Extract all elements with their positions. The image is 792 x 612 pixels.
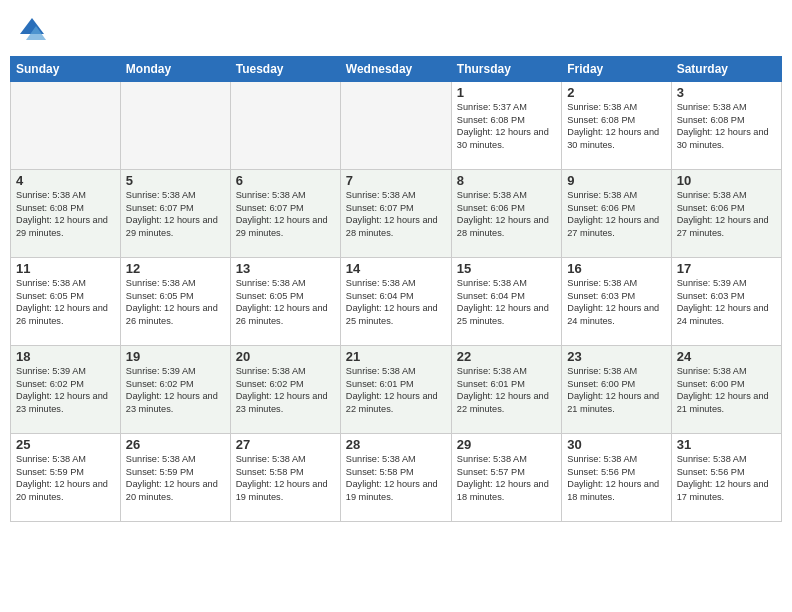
day-info: Sunrise: 5:38 AMSunset: 6:08 PMDaylight:… <box>16 189 115 240</box>
day-cell: 29Sunrise: 5:38 AMSunset: 5:57 PMDayligh… <box>451 434 561 522</box>
day-cell: 4Sunrise: 5:38 AMSunset: 6:08 PMDaylight… <box>11 170 121 258</box>
day-number: 11 <box>16 261 115 276</box>
day-cell: 14Sunrise: 5:38 AMSunset: 6:04 PMDayligh… <box>340 258 451 346</box>
day-cell: 27Sunrise: 5:38 AMSunset: 5:58 PMDayligh… <box>230 434 340 522</box>
day-number: 1 <box>457 85 556 100</box>
day-cell: 10Sunrise: 5:38 AMSunset: 6:06 PMDayligh… <box>671 170 781 258</box>
day-info: Sunrise: 5:38 AMSunset: 6:07 PMDaylight:… <box>346 189 446 240</box>
day-number: 18 <box>16 349 115 364</box>
day-cell: 19Sunrise: 5:39 AMSunset: 6:02 PMDayligh… <box>120 346 230 434</box>
day-number: 24 <box>677 349 776 364</box>
day-cell <box>340 82 451 170</box>
day-cell: 18Sunrise: 5:39 AMSunset: 6:02 PMDayligh… <box>11 346 121 434</box>
day-info: Sunrise: 5:38 AMSunset: 6:05 PMDaylight:… <box>126 277 225 328</box>
day-header-tuesday: Tuesday <box>230 57 340 82</box>
day-number: 25 <box>16 437 115 452</box>
day-number: 21 <box>346 349 446 364</box>
day-cell: 9Sunrise: 5:38 AMSunset: 6:06 PMDaylight… <box>562 170 671 258</box>
day-number: 30 <box>567 437 665 452</box>
day-header-wednesday: Wednesday <box>340 57 451 82</box>
day-number: 17 <box>677 261 776 276</box>
day-cell: 11Sunrise: 5:38 AMSunset: 6:05 PMDayligh… <box>11 258 121 346</box>
logo-icon <box>16 14 48 50</box>
day-info: Sunrise: 5:38 AMSunset: 6:01 PMDaylight:… <box>457 365 556 416</box>
day-info: Sunrise: 5:38 AMSunset: 5:58 PMDaylight:… <box>346 453 446 504</box>
day-number: 19 <box>126 349 225 364</box>
day-header-sunday: Sunday <box>11 57 121 82</box>
day-number: 31 <box>677 437 776 452</box>
day-cell <box>120 82 230 170</box>
day-info: Sunrise: 5:38 AMSunset: 6:06 PMDaylight:… <box>677 189 776 240</box>
day-number: 22 <box>457 349 556 364</box>
day-header-thursday: Thursday <box>451 57 561 82</box>
day-number: 23 <box>567 349 665 364</box>
day-info: Sunrise: 5:39 AMSunset: 6:03 PMDaylight:… <box>677 277 776 328</box>
day-info: Sunrise: 5:38 AMSunset: 6:00 PMDaylight:… <box>567 365 665 416</box>
day-cell <box>11 82 121 170</box>
calendar: SundayMondayTuesdayWednesdayThursdayFrid… <box>10 56 782 522</box>
day-cell: 5Sunrise: 5:38 AMSunset: 6:07 PMDaylight… <box>120 170 230 258</box>
day-info: Sunrise: 5:38 AMSunset: 6:08 PMDaylight:… <box>567 101 665 152</box>
day-info: Sunrise: 5:38 AMSunset: 6:01 PMDaylight:… <box>346 365 446 416</box>
day-header-saturday: Saturday <box>671 57 781 82</box>
day-number: 6 <box>236 173 335 188</box>
day-number: 27 <box>236 437 335 452</box>
day-cell: 12Sunrise: 5:38 AMSunset: 6:05 PMDayligh… <box>120 258 230 346</box>
day-cell: 7Sunrise: 5:38 AMSunset: 6:07 PMDaylight… <box>340 170 451 258</box>
day-info: Sunrise: 5:38 AMSunset: 5:59 PMDaylight:… <box>16 453 115 504</box>
day-info: Sunrise: 5:39 AMSunset: 6:02 PMDaylight:… <box>126 365 225 416</box>
day-number: 26 <box>126 437 225 452</box>
day-number: 8 <box>457 173 556 188</box>
day-cell: 25Sunrise: 5:38 AMSunset: 5:59 PMDayligh… <box>11 434 121 522</box>
day-info: Sunrise: 5:38 AMSunset: 6:00 PMDaylight:… <box>677 365 776 416</box>
day-info: Sunrise: 5:38 AMSunset: 6:05 PMDaylight:… <box>236 277 335 328</box>
day-number: 15 <box>457 261 556 276</box>
day-info: Sunrise: 5:39 AMSunset: 6:02 PMDaylight:… <box>16 365 115 416</box>
day-number: 13 <box>236 261 335 276</box>
day-cell: 8Sunrise: 5:38 AMSunset: 6:06 PMDaylight… <box>451 170 561 258</box>
day-header-monday: Monday <box>120 57 230 82</box>
day-cell: 24Sunrise: 5:38 AMSunset: 6:00 PMDayligh… <box>671 346 781 434</box>
day-info: Sunrise: 5:38 AMSunset: 6:06 PMDaylight:… <box>567 189 665 240</box>
day-info: Sunrise: 5:38 AMSunset: 5:56 PMDaylight:… <box>567 453 665 504</box>
day-info: Sunrise: 5:38 AMSunset: 6:07 PMDaylight:… <box>126 189 225 240</box>
day-number: 4 <box>16 173 115 188</box>
day-number: 20 <box>236 349 335 364</box>
day-info: Sunrise: 5:38 AMSunset: 6:04 PMDaylight:… <box>346 277 446 328</box>
day-number: 10 <box>677 173 776 188</box>
day-number: 7 <box>346 173 446 188</box>
day-number: 2 <box>567 85 665 100</box>
header <box>0 0 792 56</box>
day-info: Sunrise: 5:38 AMSunset: 5:56 PMDaylight:… <box>677 453 776 504</box>
day-cell: 22Sunrise: 5:38 AMSunset: 6:01 PMDayligh… <box>451 346 561 434</box>
day-number: 29 <box>457 437 556 452</box>
day-info: Sunrise: 5:38 AMSunset: 5:59 PMDaylight:… <box>126 453 225 504</box>
day-number: 16 <box>567 261 665 276</box>
day-cell: 28Sunrise: 5:38 AMSunset: 5:58 PMDayligh… <box>340 434 451 522</box>
day-cell: 13Sunrise: 5:38 AMSunset: 6:05 PMDayligh… <box>230 258 340 346</box>
day-number: 14 <box>346 261 446 276</box>
day-info: Sunrise: 5:38 AMSunset: 5:57 PMDaylight:… <box>457 453 556 504</box>
day-info: Sunrise: 5:38 AMSunset: 6:06 PMDaylight:… <box>457 189 556 240</box>
day-number: 9 <box>567 173 665 188</box>
day-cell: 2Sunrise: 5:38 AMSunset: 6:08 PMDaylight… <box>562 82 671 170</box>
day-info: Sunrise: 5:38 AMSunset: 6:02 PMDaylight:… <box>236 365 335 416</box>
day-info: Sunrise: 5:38 AMSunset: 6:05 PMDaylight:… <box>16 277 115 328</box>
day-info: Sunrise: 5:38 AMSunset: 6:04 PMDaylight:… <box>457 277 556 328</box>
day-info: Sunrise: 5:38 AMSunset: 6:03 PMDaylight:… <box>567 277 665 328</box>
day-number: 5 <box>126 173 225 188</box>
day-number: 28 <box>346 437 446 452</box>
day-cell: 30Sunrise: 5:38 AMSunset: 5:56 PMDayligh… <box>562 434 671 522</box>
day-info: Sunrise: 5:38 AMSunset: 6:08 PMDaylight:… <box>677 101 776 152</box>
day-number: 3 <box>677 85 776 100</box>
logo <box>16 14 52 50</box>
day-cell: 15Sunrise: 5:38 AMSunset: 6:04 PMDayligh… <box>451 258 561 346</box>
day-cell: 31Sunrise: 5:38 AMSunset: 5:56 PMDayligh… <box>671 434 781 522</box>
day-cell <box>230 82 340 170</box>
day-info: Sunrise: 5:38 AMSunset: 6:07 PMDaylight:… <box>236 189 335 240</box>
day-cell: 23Sunrise: 5:38 AMSunset: 6:00 PMDayligh… <box>562 346 671 434</box>
day-cell: 1Sunrise: 5:37 AMSunset: 6:08 PMDaylight… <box>451 82 561 170</box>
day-cell: 21Sunrise: 5:38 AMSunset: 6:01 PMDayligh… <box>340 346 451 434</box>
day-cell: 3Sunrise: 5:38 AMSunset: 6:08 PMDaylight… <box>671 82 781 170</box>
day-header-friday: Friday <box>562 57 671 82</box>
